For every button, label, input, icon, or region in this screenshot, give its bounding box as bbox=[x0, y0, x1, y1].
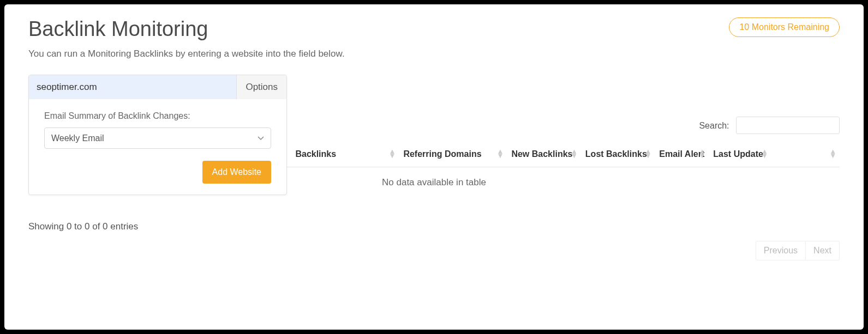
column-email-alert-label: Email Alert bbox=[659, 149, 704, 159]
search-input[interactable] bbox=[736, 117, 840, 134]
header-row: Backlink Monitoring 10 Monitors Remainin… bbox=[28, 17, 840, 41]
add-button-row: Add Website bbox=[44, 161, 271, 184]
monitors-remaining-badge: 10 Monitors Remaining bbox=[729, 17, 840, 37]
add-website-button[interactable]: Add Website bbox=[202, 161, 271, 184]
sort-icon: ▲▼ bbox=[644, 149, 651, 158]
column-backlinks[interactable]: Backlinks▲▼ bbox=[291, 144, 399, 167]
email-summary-select[interactable]: Weekly Email bbox=[44, 127, 271, 149]
add-website-card: Options Email Summary of Backlink Change… bbox=[28, 75, 287, 195]
sort-icon: ▲▼ bbox=[698, 149, 705, 158]
pager: Previous Next bbox=[756, 241, 840, 260]
page-subtitle: You can run a Monitoring Backlinks by en… bbox=[28, 48, 840, 59]
column-backlinks-label: Backlinks bbox=[295, 149, 336, 159]
options-body: Email Summary of Backlink Changes: Weekl… bbox=[29, 99, 286, 195]
column-referring-domains[interactable]: Referring Domains▲▼ bbox=[399, 144, 507, 167]
entries-info: Showing 0 to 0 of 0 entries bbox=[28, 221, 138, 232]
sort-icon: ▲▼ bbox=[761, 149, 768, 158]
column-last-update-label: Last Update bbox=[713, 149, 763, 159]
sort-icon: ▲▼ bbox=[571, 149, 578, 158]
column-lost-backlinks[interactable]: Lost Backlinks▲▼ bbox=[581, 144, 655, 167]
next-button[interactable]: Next bbox=[806, 241, 840, 260]
website-input[interactable] bbox=[29, 75, 236, 99]
sort-icon: ▲▼ bbox=[389, 149, 396, 158]
column-email-alert[interactable]: Email Alert▲▼ bbox=[655, 144, 709, 167]
email-summary-label: Email Summary of Backlink Changes: bbox=[44, 111, 271, 121]
column-last-update[interactable]: Last Update▲▼ bbox=[709, 144, 771, 167]
search-label: Search: bbox=[699, 121, 729, 130]
options-button[interactable]: Options bbox=[236, 75, 286, 99]
column-new-backlinks[interactable]: New Backlinks▲▼ bbox=[507, 144, 580, 167]
column-actions[interactable]: ▲▼ bbox=[771, 144, 840, 167]
column-referring-domains-label: Referring Domains bbox=[403, 149, 481, 159]
footer-row: Showing 0 to 0 of 0 entries Previous Nex… bbox=[28, 221, 840, 260]
page-title: Backlink Monitoring bbox=[28, 17, 208, 41]
sort-icon: ▲▼ bbox=[497, 149, 504, 158]
page-frame: Backlink Monitoring 10 Monitors Remainin… bbox=[4, 4, 864, 330]
sort-icon: ▲▼ bbox=[829, 149, 836, 158]
input-row: Options bbox=[29, 75, 286, 99]
column-new-backlinks-label: New Backlinks bbox=[511, 149, 572, 159]
previous-button[interactable]: Previous bbox=[756, 241, 806, 260]
column-lost-backlinks-label: Lost Backlinks bbox=[585, 149, 647, 159]
